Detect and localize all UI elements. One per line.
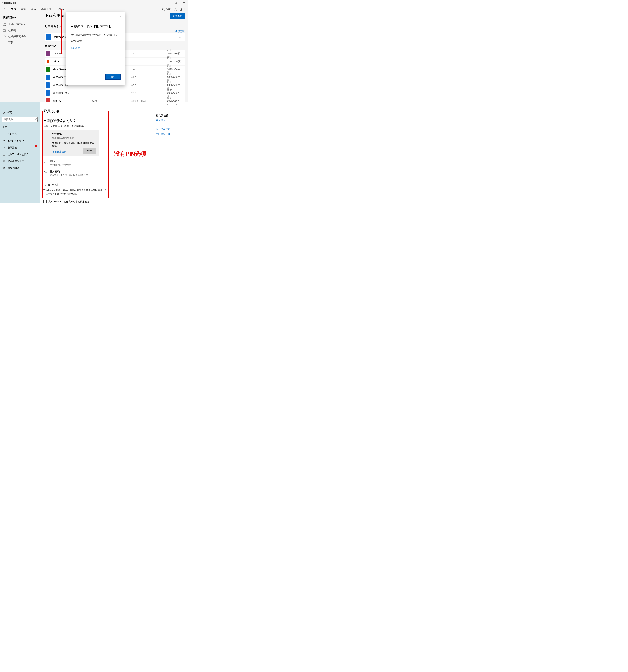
app-icon [46, 90, 50, 96]
dynlock-checkbox[interactable]: 允许 Windows 在你离开时自动锁定设备 [43, 200, 184, 203]
home-link[interactable]: 主页 [0, 110, 40, 115]
tab-productivity[interactable]: 高效工作 [39, 7, 54, 12]
nav-item-signin-options[interactable]: 登录选项 [0, 144, 40, 151]
dialog-title: 出现问题，你的 PIN 不可用。 [71, 25, 120, 29]
nav-tabs: 主页 游戏 娱乐 高效工作 促销品 [8, 7, 66, 12]
svg-rect-11 [3, 29, 5, 31]
error-code: 0x80090010 [71, 40, 120, 43]
svg-point-19 [35, 118, 37, 120]
grid-icon [3, 23, 6, 26]
svg-point-4 [162, 8, 164, 10]
help-icon [156, 127, 159, 130]
app-title: Microsoft Store [2, 2, 16, 4]
dialog-close-icon[interactable] [119, 14, 124, 19]
get-help-link[interactable]: 获取帮助 [160, 127, 170, 130]
svg-rect-7 [3, 23, 4, 24]
search-button[interactable]: 搜索 [162, 8, 171, 11]
option-picture-password[interactable]: 图片密码 此选项当前不可用 - 单击以了解详细信息 [43, 170, 99, 177]
tab-games[interactable]: 游戏 [19, 7, 29, 12]
account-button[interactable] [174, 8, 177, 11]
leftnav-item-installed[interactable]: 已安装 [1, 27, 45, 33]
svg-rect-28 [47, 133, 49, 134]
svg-point-24 [3, 147, 4, 148]
nav-item-account-info[interactable]: 帐户信息 [0, 130, 40, 138]
app-icon [46, 34, 51, 40]
nav-item-sync[interactable]: 同步你的设置 [0, 165, 40, 171]
nav-item-email[interactable]: 电子邮件和帐户 [0, 138, 40, 144]
app-icon [46, 82, 50, 88]
topbar: 主页 游戏 娱乐 高效工作 促销品 搜索 1 [0, 6, 188, 13]
download-icon[interactable] [178, 35, 182, 39]
tab-deals[interactable]: 促销品 [54, 7, 66, 12]
recent-row[interactable]: 画图 3D应用6.2003.4017.0已于 2020/4/19 更新 [45, 97, 184, 102]
svg-rect-9 [3, 25, 4, 26]
app-icon [46, 98, 50, 102]
sync-icon [2, 167, 5, 169]
card-icon [2, 133, 5, 136]
all-updates-link[interactable]: 全部更新 [175, 30, 184, 33]
lock-icon [43, 184, 46, 187]
svg-rect-10 [5, 25, 5, 26]
svg-rect-8 [5, 23, 5, 24]
svg-rect-33 [44, 185, 46, 186]
annotation-arrow [16, 144, 37, 148]
svg-point-27 [4, 161, 5, 161]
svg-line-20 [37, 120, 38, 121]
cloud-icon [3, 35, 6, 38]
give-feedback-link[interactable]: 提供反馈 [160, 133, 170, 136]
recent-row[interactable]: Windows 相机20.0已于 2020/4/23 更新 [45, 89, 184, 97]
nav-item-family[interactable]: 家庭和其他用户 [0, 158, 40, 165]
svg-point-6 [175, 8, 176, 9]
dynlock-desc: Windows 可以通过与你的电脑配对的设备获悉你何时离开，并在这些设备超出范围… [43, 189, 108, 195]
download-icon [3, 41, 6, 44]
search-label: 搜索 [166, 8, 171, 11]
svg-point-36 [158, 128, 158, 129]
learn-more-link[interactable]: 了解更多信息 [52, 150, 66, 153]
key-icon [2, 146, 5, 149]
close-button[interactable] [180, 0, 188, 6]
leftnav-item-ready[interactable]: 已做好安装准备 [1, 33, 45, 40]
svg-point-35 [157, 128, 157, 129]
back-icon[interactable] [2, 6, 7, 12]
svg-point-26 [3, 161, 4, 161]
key-icon [43, 160, 47, 164]
app-icon [46, 74, 50, 80]
dialog-message: 你可以转到"设置">"帐户">"登录"选项来重置 PIN。 [71, 33, 120, 37]
nav-item-work-school[interactable]: 连接工作或学校帐户 [0, 151, 40, 158]
leftnav-title: 我的软件库 [3, 16, 45, 19]
option-security-key[interactable]: 安全密钥 使用物理安全密钥登录 管理可以让你登录到应用程序的物理安全密钥。 了解… [43, 130, 99, 156]
search-icon [35, 118, 38, 121]
related-settings: 相关的设置 锁屏界面 获取帮助 提供反馈 [156, 114, 183, 138]
maximize-button[interactable] [172, 0, 180, 6]
svg-rect-1 [175, 2, 177, 4]
leftnav-item-all[interactable]: 全部已拥有项目 [1, 21, 45, 27]
app-icon [46, 51, 50, 56]
settings-search[interactable] [2, 117, 37, 122]
annotation-text: 没有PIN选项 [114, 150, 146, 158]
downloads-badge: 1 [183, 8, 185, 11]
manage-button[interactable]: 管理 [83, 148, 96, 154]
feedback-link[interactable]: 发送反馈 [71, 46, 80, 49]
svg-point-34 [156, 128, 158, 130]
usb-icon [46, 133, 50, 138]
error-dialog: 出现问题，你的 PIN 不可用。 你可以转到"设置">"帐户">"登录"选项来重… [66, 12, 125, 85]
feedback-icon [156, 133, 159, 136]
option-password[interactable]: 密码 使用你的帐户密码登录 [43, 160, 99, 166]
get-updates-button[interactable]: 获取更新 [170, 13, 184, 19]
search-input[interactable] [2, 117, 35, 122]
checkbox-icon [43, 200, 47, 203]
lockscreen-link[interactable]: 锁屏界面 [156, 119, 165, 122]
minimize-button[interactable] [164, 0, 172, 6]
cancel-button[interactable]: 取消 [105, 74, 121, 80]
mail-icon [2, 139, 5, 142]
page-title: 下载和更新 [45, 13, 65, 18]
leftnav-item-downloads[interactable]: 下载 [1, 40, 45, 46]
settings-window: 设置 主页 帐户 帐户信息 电子邮件和帐户 [0, 102, 188, 203]
settings-nav: 主页 帐户 帐户信息 电子邮件和帐户 登录选项 连接工作 [0, 102, 40, 203]
dynamic-lock-heading: 动态锁 [43, 183, 184, 187]
tab-entertainment[interactable]: 娱乐 [29, 7, 39, 12]
svg-rect-25 [3, 154, 5, 155]
home-icon [2, 111, 5, 114]
tab-home[interactable]: 主页 [8, 7, 19, 12]
downloads-indicator[interactable]: 1 [180, 8, 185, 11]
